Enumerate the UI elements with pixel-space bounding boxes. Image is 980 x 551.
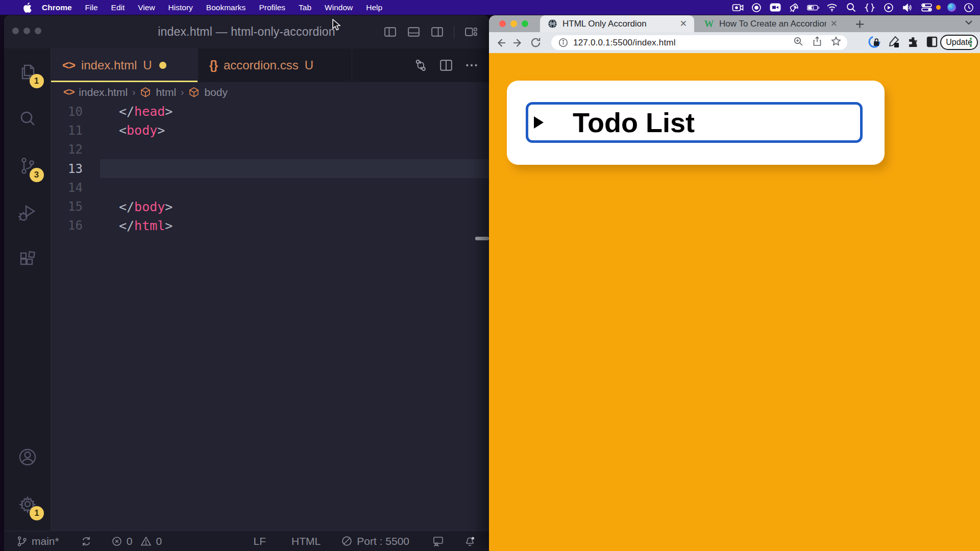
share-icon[interactable] xyxy=(812,36,822,49)
url-text[interactable]: 127.0.0.1:5500/index.html xyxy=(573,38,676,48)
live-server-port[interactable]: Port : 5500 xyxy=(341,535,409,547)
menu-item-bookmarks[interactable]: Bookmarks xyxy=(200,0,253,15)
line-content: </html> xyxy=(83,218,173,233)
problems-status[interactable]: 0 0 xyxy=(111,535,162,547)
git-status-letter: U xyxy=(143,58,152,72)
menu-item-window[interactable]: Window xyxy=(318,0,359,15)
activity-gear-icon[interactable]: 1 xyxy=(4,481,51,528)
code-line-13[interactable]: 13 xyxy=(51,159,489,178)
activity-account-icon[interactable] xyxy=(4,434,51,481)
details-marker-triangle-icon[interactable] xyxy=(534,116,544,129)
unsaved-changes-dot[interactable] xyxy=(159,62,166,69)
wifi-icon[interactable] xyxy=(826,2,838,14)
warning-count: 0 xyxy=(156,535,162,547)
address-bar[interactable]: 127.0.0.1:5500/index.html xyxy=(551,35,847,50)
activity-git-icon[interactable]: 3 xyxy=(4,142,51,189)
sync-changes-button[interactable] xyxy=(81,536,92,547)
activity-files-icon[interactable]: 1 xyxy=(4,48,51,95)
extensions-puzzle-icon[interactable] xyxy=(906,35,920,51)
forward-icon[interactable] xyxy=(512,37,524,49)
breadcrumb-html[interactable]: html xyxy=(156,86,176,98)
menu-item-history[interactable]: History xyxy=(162,0,200,15)
tab-index-html[interactable]: <> index.html U xyxy=(51,48,198,82)
zoom-window-button[interactable] xyxy=(522,20,528,27)
video-app-icon[interactable] xyxy=(769,2,781,14)
menu-item-edit[interactable]: Edit xyxy=(105,0,132,15)
menu-item-help[interactable]: Help xyxy=(359,0,389,15)
more-actions-icon[interactable] xyxy=(464,58,479,72)
back-icon[interactable] xyxy=(495,37,507,49)
toggle-secondary-sidebar-icon[interactable] xyxy=(430,25,444,39)
toggle-primary-sidebar-icon[interactable] xyxy=(383,25,397,39)
code-line-10[interactable]: 10</head> xyxy=(51,102,489,121)
activity-debug-icon[interactable] xyxy=(4,189,51,236)
clock-icon[interactable] xyxy=(963,2,975,14)
siri-icon[interactable] xyxy=(947,2,956,14)
branch-name: main* xyxy=(32,535,59,547)
breadcrumb-file[interactable]: index.html xyxy=(79,86,128,98)
new-tab-button[interactable] xyxy=(853,17,866,31)
search-icon[interactable] xyxy=(845,2,857,14)
site-info-icon[interactable] xyxy=(558,38,568,47)
tab-accordion-css[interactable]: {} accordion.css U xyxy=(198,48,352,82)
update-chrome-button[interactable]: Update xyxy=(940,35,978,50)
breadcrumb-body[interactable]: body xyxy=(204,86,228,98)
privacy-extension-icon[interactable] xyxy=(868,35,881,51)
live-share-icon[interactable] xyxy=(432,535,445,547)
menu-item-view[interactable]: View xyxy=(131,0,161,15)
menu-item-tab[interactable]: Tab xyxy=(292,0,318,15)
apple-icon[interactable] xyxy=(23,3,32,13)
rocket-icon[interactable] xyxy=(788,2,800,14)
battery-charging-icon[interactable] xyxy=(807,2,819,14)
speaker-icon[interactable] xyxy=(901,2,914,14)
editor-sash-handle[interactable] xyxy=(475,237,489,240)
bookmark-star-icon[interactable] xyxy=(831,36,841,49)
line-number: 14 xyxy=(51,181,83,195)
menu-item-file[interactable]: File xyxy=(79,0,105,15)
code-line-15[interactable]: 15</body> xyxy=(51,197,489,216)
vscode-tab-bar: <> index.html U {} accordion.css U xyxy=(51,48,489,82)
dark-mode-extension-icon[interactable] xyxy=(926,36,938,50)
tab-search-chevron-icon[interactable] xyxy=(965,18,973,28)
port-label: Port : 5500 xyxy=(357,535,409,547)
code-line-11[interactable]: 11<body> xyxy=(51,121,489,140)
reload-icon[interactable] xyxy=(529,37,542,48)
w3schools-favicon-icon: W xyxy=(704,19,714,29)
language-mode[interactable]: HTML xyxy=(291,535,321,547)
close-tab-icon[interactable]: ✕ xyxy=(680,18,687,29)
activity-search-icon[interactable] xyxy=(4,95,51,142)
code-editor[interactable]: 10</head>11<body>12131415</body>16</html… xyxy=(51,102,489,531)
record-circle-icon[interactable] xyxy=(750,2,763,14)
breadcrumbs: <> index.html › html › body xyxy=(51,82,489,102)
colorpicker-extension-icon[interactable] xyxy=(887,35,900,51)
menu-item-profiles[interactable]: Profiles xyxy=(252,0,292,15)
screen-record-icon[interactable] xyxy=(731,2,744,14)
notifications-bell-icon[interactable] xyxy=(464,535,476,547)
git-branch-status[interactable]: main* xyxy=(16,535,59,547)
code-line-12[interactable]: 12 xyxy=(51,140,489,159)
close-window-button[interactable] xyxy=(499,20,506,27)
customize-layout-icon[interactable] xyxy=(464,25,478,39)
vscode-titlebar[interactable]: index.html — html-only-accordion xyxy=(4,15,489,48)
split-editor-icon[interactable] xyxy=(439,58,453,72)
todo-accordion-summary[interactable]: Todo List xyxy=(526,102,863,143)
braces-icon[interactable] xyxy=(864,2,876,14)
toggle-panel-icon[interactable] xyxy=(407,25,421,39)
eol-indicator[interactable]: LF xyxy=(254,535,266,547)
zoom-page-icon[interactable] xyxy=(793,36,803,49)
code-line-14[interactable]: 14 xyxy=(51,178,489,197)
control-center-icon[interactable] xyxy=(920,2,933,14)
orange-dot[interactable] xyxy=(939,2,941,14)
chrome-toolbar: 127.0.0.1:5500/index.html Update xyxy=(489,32,980,53)
minimize-window-button[interactable] xyxy=(510,20,517,27)
tab-title: How To Create an Accordion xyxy=(719,19,826,29)
menu-item-chrome[interactable]: Chrome xyxy=(35,0,79,15)
close-tab-icon[interactable]: ✕ xyxy=(830,18,838,29)
play-circle-icon[interactable] xyxy=(883,2,895,14)
compare-changes-icon[interactable] xyxy=(413,58,428,72)
code-line-16[interactable]: 16</html> xyxy=(51,216,489,235)
activity-badge: 1 xyxy=(30,506,44,520)
activity-extensions-icon[interactable] xyxy=(4,236,51,283)
tab-how-to-create-accordion[interactable]: W How To Create an Accordion ✕ xyxy=(697,15,845,32)
tab-html-only-accordion[interactable]: HTML Only Accordion ✕ xyxy=(540,15,694,32)
